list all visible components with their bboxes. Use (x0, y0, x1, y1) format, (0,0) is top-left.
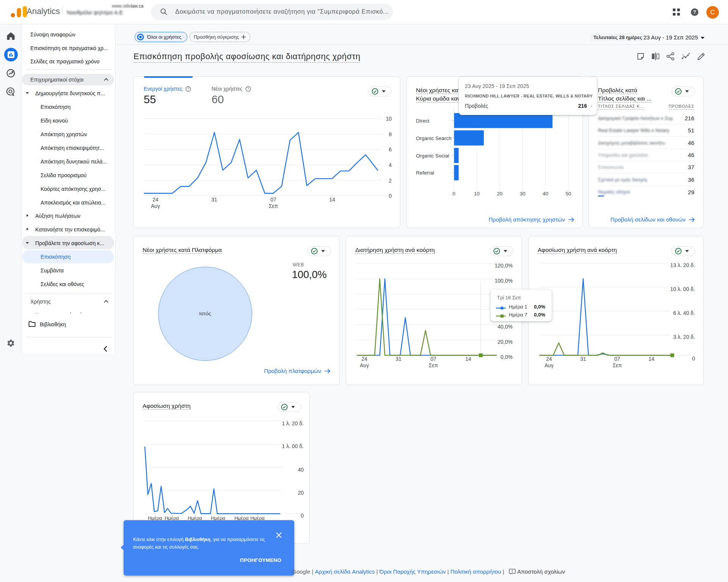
svg-text:Αυγ: Αυγ (360, 362, 369, 368)
svg-text:Αυγ: Αυγ (151, 203, 160, 209)
svg-text:0: 0 (452, 191, 455, 197)
svg-text:40: 40 (543, 191, 548, 197)
svg-text:3 λ. 20 δ.: 3 λ. 20 δ. (673, 334, 695, 340)
svg-text:0: 0 (301, 513, 304, 519)
svg-text:24: 24 (546, 356, 552, 362)
svg-text:14: 14 (648, 356, 654, 362)
svg-text:20: 20 (298, 490, 304, 496)
svg-text:6 λ. 40 δ.: 6 λ. 40 δ. (673, 310, 695, 316)
svg-text:1 λ. 20 δ.: 1 λ. 20 δ. (282, 420, 304, 426)
svg-text:Organic Social: Organic Social (416, 153, 449, 159)
svg-text:Σεπ: Σεπ (269, 203, 278, 209)
svg-text:100,0%: 100,0% (495, 278, 513, 284)
svg-text:Αυγ: Αυγ (544, 362, 554, 368)
svg-text:30: 30 (520, 191, 526, 197)
svg-text:1 λ. 00 δ.: 1 λ. 00 δ. (282, 443, 304, 449)
svg-text:0: 0 (389, 193, 392, 199)
svg-text:4: 4 (389, 162, 392, 168)
svg-text:10: 10 (386, 116, 392, 122)
svg-text:10: 10 (474, 191, 480, 197)
svg-text:24: 24 (152, 197, 158, 203)
svg-text:13 λ. 20 δ.: 13 λ. 20 δ. (670, 262, 695, 268)
svg-text:20,0%: 20,0% (497, 339, 513, 345)
svg-text:6: 6 (389, 146, 392, 153)
svg-text:07: 07 (430, 356, 436, 362)
svg-text:Organic Search: Organic Search (416, 135, 452, 141)
svg-text:Direct: Direct (416, 118, 430, 124)
svg-text:07: 07 (614, 356, 620, 362)
svg-text:Σεπ: Σεπ (613, 362, 622, 368)
svg-text:31: 31 (580, 356, 586, 362)
svg-text:0: 0 (692, 355, 695, 362)
svg-text:14: 14 (465, 356, 471, 362)
svg-text:07: 07 (270, 197, 276, 203)
svg-text:2: 2 (389, 178, 392, 184)
svg-text:Σεπ: Σεπ (429, 362, 438, 368)
svg-text:10 λ. 00 δ.: 10 λ. 00 δ. (670, 286, 695, 292)
svg-text:40,0%: 40,0% (497, 324, 513, 330)
svg-text:31: 31 (395, 356, 402, 362)
svg-text:120,0%: 120,0% (495, 263, 513, 269)
svg-text:31: 31 (211, 197, 217, 203)
svg-text:8: 8 (389, 131, 392, 137)
svg-text:14: 14 (329, 197, 335, 203)
svg-text:Referral: Referral (416, 170, 434, 176)
svg-text:24: 24 (361, 356, 367, 362)
svg-text:50: 50 (565, 191, 571, 197)
svg-text:20: 20 (497, 191, 502, 197)
svg-text:40: 40 (298, 467, 304, 473)
svg-text:0,0%: 0,0% (500, 354, 513, 360)
